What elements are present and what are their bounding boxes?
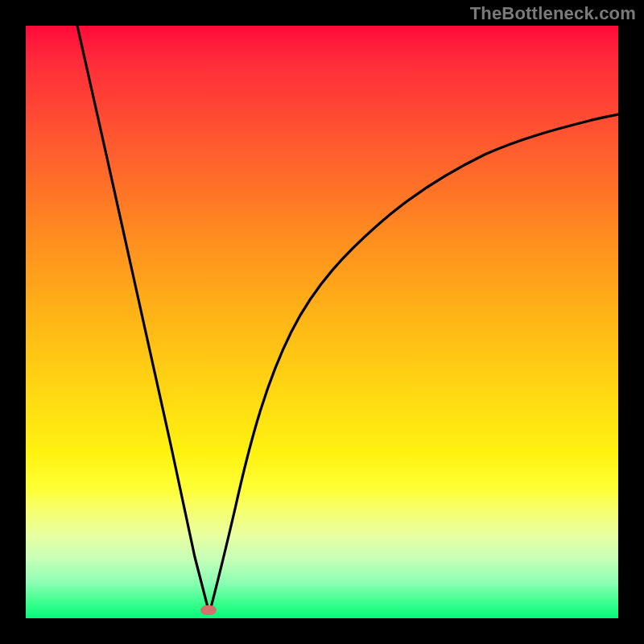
plot-area	[26, 26, 618, 618]
chart-frame	[0, 0, 644, 644]
minimum-marker	[200, 605, 217, 615]
watermark-text: TheBottleneck.com	[470, 3, 636, 24]
bottleneck-curve	[26, 26, 618, 618]
